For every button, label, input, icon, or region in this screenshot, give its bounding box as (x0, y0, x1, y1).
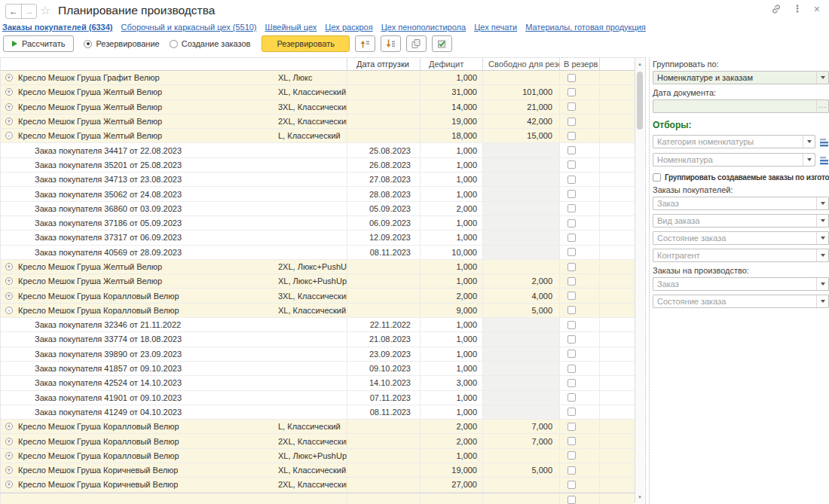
column-header-variant[interactable] (278, 58, 347, 70)
customer-order-row[interactable]: Заказ покупателя 41857 от 09.10.202309.1… (1, 362, 635, 376)
vertical-scrollbar[interactable]: ▲ ▼ (635, 58, 644, 503)
chevron-down-icon[interactable] (816, 215, 828, 227)
mode-radio-reserve[interactable]: Резервирование (84, 39, 159, 48)
tab-sewing-shop[interactable]: Швейный цех (265, 23, 317, 32)
collapse-node-icon[interactable]: - (5, 132, 13, 139)
customer-order-row[interactable]: Заказ покупателя 41901 от 09.10.202307.1… (1, 391, 635, 405)
customer-order-row[interactable]: Заказ покупателя 39890 от 23.09.202323.0… (1, 347, 635, 362)
column-header-deficit[interactable]: Дефицит (421, 58, 483, 70)
product-group-row[interactable]: +Кресло Мешок Груша Желтый Велюр2XL, Кла… (1, 115, 635, 129)
expand-node-icon[interactable]: + (5, 423, 13, 430)
reserve-checkbox[interactable] (567, 292, 576, 300)
chevron-down-icon[interactable] (816, 197, 828, 209)
reserve-checkbox[interactable] (567, 132, 576, 140)
more-menu-icon[interactable]: ⋮ (793, 4, 803, 14)
expand-node-icon[interactable]: + (5, 88, 13, 96)
back-icon[interactable]: ← (6, 5, 21, 18)
expand-node-icon[interactable]: + (5, 292, 13, 300)
reserve-checkbox[interactable] (567, 160, 576, 169)
production-order-state-field[interactable]: Состояние заказа (653, 295, 829, 308)
reserve-button[interactable]: Резервировать (262, 35, 349, 52)
reserve-checkbox[interactable] (567, 204, 576, 212)
expand-node-icon[interactable]: + (5, 466, 13, 474)
tab-cutting-shop[interactable]: Цех раскроя (325, 23, 372, 32)
close-icon[interactable]: × (814, 4, 820, 14)
reserve-checkbox[interactable] (567, 350, 576, 358)
expand-node-icon[interactable]: + (5, 438, 13, 445)
mode-radio-create-orders[interactable]: Создание заказов (170, 39, 251, 48)
favorite-star-icon[interactable]: ☆ (40, 3, 50, 17)
tab-print-shop[interactable]: Цех печати (474, 23, 517, 32)
customer-order-row[interactable]: Заказ покупателя 33774 от 18.08.202321.0… (1, 332, 635, 347)
product-group-row[interactable]: +Кресло Мешок Груша Коралловый ВелюрXL, … (1, 449, 635, 463)
expand-node-icon[interactable]: + (5, 74, 13, 81)
product-group-row[interactable] (1, 493, 635, 504)
expand-node-icon[interactable]: + (5, 481, 13, 488)
customer-order-row[interactable]: Заказ покупателя 32346 от 21.11.202222.1… (1, 318, 635, 332)
reserve-checkbox[interactable] (567, 219, 576, 228)
customer-order-row[interactable]: Заказ покупателя 34417 от 22.08.202325.0… (1, 143, 635, 157)
product-group-row[interactable]: +Кресло Мешок Груша Коралловый ВелюрL, К… (1, 420, 635, 434)
customer-order-field[interactable]: Заказ (653, 197, 829, 210)
reserve-checkbox[interactable] (567, 365, 576, 373)
column-header-reserve[interactable]: В резерв (560, 58, 600, 70)
reserve-checkbox[interactable] (567, 74, 576, 82)
reserve-checkbox[interactable] (567, 408, 576, 416)
order-kind-field[interactable]: Вид заказа (653, 214, 829, 228)
product-group-row[interactable]: -Кресло Мешок Груша Коралловый ВелюрXL, … (1, 304, 635, 318)
expand-node-icon[interactable]: + (5, 277, 13, 285)
reserve-checkbox[interactable] (567, 306, 576, 314)
reserve-checkbox[interactable] (567, 248, 576, 256)
chevron-down-icon[interactable] (803, 136, 815, 148)
product-group-row[interactable]: +Кресло Мешок Груша Графит ВелюрXL, Люкс… (1, 71, 635, 85)
reserve-checkbox[interactable] (567, 102, 576, 111)
reserve-checkbox[interactable] (567, 466, 576, 475)
choose-icon[interactable]: ... (816, 100, 828, 112)
customer-order-row[interactable]: Заказ покупателя 37186 от 05.09.202306.0… (1, 216, 635, 231)
post-document-button[interactable] (432, 35, 452, 52)
column-header-ship-date[interactable]: Дата отгрузки (347, 58, 421, 70)
customer-order-row[interactable]: Заказ покупателя 35201 от 25.08.202326.0… (1, 158, 635, 173)
product-group-row[interactable]: -Кресло Мешок Груша Желтый ВелюрL, Класс… (1, 129, 635, 143)
reserve-checkbox[interactable] (567, 393, 576, 402)
order-state-field[interactable]: Состояние заказа (653, 231, 829, 245)
reserve-checkbox[interactable] (567, 176, 576, 184)
document-date-field[interactable]: ... (653, 99, 829, 113)
group-by-manufacturer-checkbox[interactable]: Группировать создаваемые заказы по изгот… (653, 173, 829, 182)
collapse-node-icon[interactable]: - (5, 307, 13, 314)
chevron-down-icon[interactable] (816, 72, 828, 84)
column-header-free[interactable]: Свободно для резерва (483, 58, 560, 70)
customer-order-row[interactable]: Заказ покупателя 35062 от 24.08.202328.0… (1, 187, 635, 201)
category-filter-field[interactable]: Категория номенклатуры (653, 135, 815, 148)
expand-node-icon[interactable]: + (5, 263, 13, 270)
customer-order-row[interactable]: Заказ покупателя 41249 от 04.10.202308.1… (1, 405, 635, 420)
reserve-checkbox[interactable] (567, 451, 576, 460)
counterparty-field[interactable]: Контрагент (653, 249, 829, 262)
reserve-checkbox[interactable] (567, 321, 576, 329)
customer-order-row[interactable]: Заказ покупателя 42524 от 14.10.202314.1… (1, 376, 635, 390)
panel-splitter[interactable] (645, 57, 650, 504)
product-group-row[interactable]: +Кресло Мешок Груша Коралловый Велюр3XL,… (1, 289, 635, 303)
forward-icon[interactable]: → (21, 5, 36, 18)
reserve-checkbox[interactable] (567, 277, 576, 286)
tab-materials[interactable]: Материалы, готовая продукция (525, 23, 646, 32)
customer-order-row[interactable]: Заказ покупателя 34713 от 23.08.202327.0… (1, 173, 635, 187)
reserve-checkbox[interactable] (567, 118, 576, 126)
reserve-checkbox[interactable] (567, 88, 576, 96)
product-group-row[interactable]: +Кресло Мешок Груша Желтый Велюр2XL, Люк… (1, 260, 635, 274)
chevron-down-icon[interactable] (816, 295, 828, 307)
reserve-checkbox[interactable] (567, 335, 576, 344)
product-group-row[interactable]: +Кресло Мешок Груша Желтый Велюр3XL, Кла… (1, 100, 635, 115)
tab-assembly-shop[interactable]: Сборочный и каркасный цех (5510) (121, 23, 257, 32)
chevron-down-icon[interactable] (816, 278, 828, 290)
reserve-checkbox[interactable] (567, 437, 576, 445)
reserve-checkbox[interactable] (567, 423, 576, 431)
scroll-up-icon[interactable]: ▲ (635, 60, 644, 69)
expand-groups-button[interactable] (381, 35, 401, 52)
product-group-row[interactable]: +Кресло Мешок Груша Желтый ВелюрXL, Люкс… (1, 274, 635, 289)
product-group-row[interactable]: +Кресло Мешок Груша Коралловый Велюр2XL,… (1, 434, 635, 448)
product-group-row[interactable]: +Кресло Мешок Груша Коричневый ВелюрXL, … (1, 463, 635, 478)
reserve-checkbox[interactable] (567, 481, 576, 489)
chevron-down-icon[interactable] (816, 232, 828, 244)
chevron-down-icon[interactable] (816, 249, 828, 261)
